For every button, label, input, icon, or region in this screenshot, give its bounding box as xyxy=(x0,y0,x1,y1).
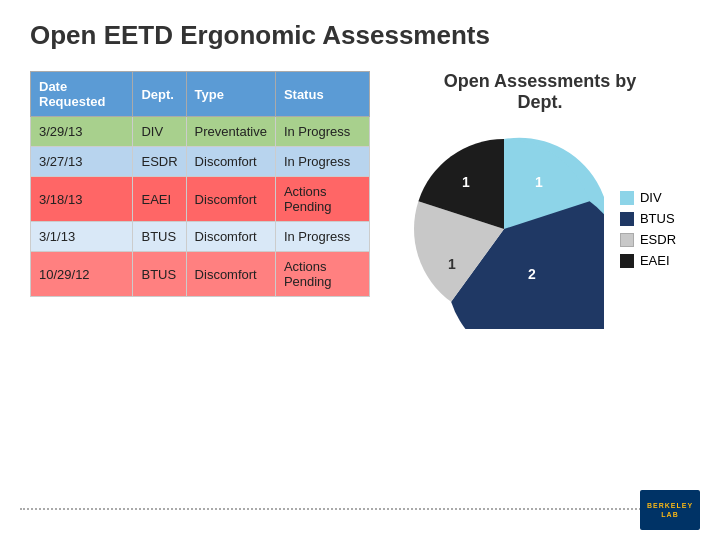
legend-color-esdr xyxy=(620,233,634,247)
berkeley-logo-inner: BERKELEY LAB xyxy=(640,490,700,530)
cell-dept: EAEI xyxy=(133,177,186,222)
cell-status: In Progress xyxy=(275,147,369,177)
bottom-border xyxy=(20,508,700,510)
pie-label-div: 1 xyxy=(535,174,543,190)
cell-type: Discomfort xyxy=(186,177,275,222)
content-area: Date Requested Dept. Type Status 3/29/13… xyxy=(30,71,690,329)
cell-status: In Progress xyxy=(275,117,369,147)
cell-dept: BTUS xyxy=(133,252,186,297)
berkeley-logo-text: BERKELEY LAB xyxy=(647,501,693,519)
table-section: Date Requested Dept. Type Status 3/29/13… xyxy=(30,71,370,297)
assessments-table: Date Requested Dept. Type Status 3/29/13… xyxy=(30,71,370,297)
pie-svg: 1 2 1 1 xyxy=(404,129,604,329)
pie-label-esdr: 1 xyxy=(448,256,456,272)
cell-date: 3/1/13 xyxy=(31,222,133,252)
cell-date: 3/29/13 xyxy=(31,117,133,147)
main-page: Open EETD Ergonomic Assessments Date Req… xyxy=(0,0,720,540)
pie-label-eaei: 1 xyxy=(462,174,470,190)
cell-dept: DIV xyxy=(133,117,186,147)
cell-status: Actions Pending xyxy=(275,252,369,297)
page-title: Open EETD Ergonomic Assessments xyxy=(30,20,690,51)
legend-item-div: DIV xyxy=(620,190,676,205)
col-status: Status xyxy=(275,72,369,117)
cell-date: 10/29/12 xyxy=(31,252,133,297)
table-row: 3/29/13DIVPreventativeIn Progress xyxy=(31,117,370,147)
col-type: Type xyxy=(186,72,275,117)
pie-chart: 1 2 1 1 xyxy=(404,129,604,329)
berkeley-logo: BERKELEY LAB xyxy=(640,490,700,530)
legend-color-btus xyxy=(620,212,634,226)
table-header-row: Date Requested Dept. Type Status xyxy=(31,72,370,117)
cell-status: In Progress xyxy=(275,222,369,252)
cell-type: Discomfort xyxy=(186,147,275,177)
table-row: 3/18/13EAEIDiscomfortActions Pending xyxy=(31,177,370,222)
legend-color-div xyxy=(620,191,634,205)
legend-label-esdr: ESDR xyxy=(640,232,676,247)
legend-label-btus: BTUS xyxy=(640,211,675,226)
chart-section: Open Assessments by Dept. xyxy=(390,71,690,329)
chart-legend: DIV BTUS ESDR EAEI xyxy=(620,190,676,268)
table-row: 3/27/13ESDRDiscomfortIn Progress xyxy=(31,147,370,177)
col-dept: Dept. xyxy=(133,72,186,117)
legend-label-div: DIV xyxy=(640,190,662,205)
chart-title: Open Assessments by Dept. xyxy=(444,71,636,113)
cell-type: Preventative xyxy=(186,117,275,147)
table-row: 10/29/12BTUSDiscomfortActions Pending xyxy=(31,252,370,297)
cell-type: Discomfort xyxy=(186,252,275,297)
legend-label-eaei: EAEI xyxy=(640,253,670,268)
cell-type: Discomfort xyxy=(186,222,275,252)
col-date: Date Requested xyxy=(31,72,133,117)
legend-color-eaei xyxy=(620,254,634,268)
pie-label-btus: 2 xyxy=(528,266,536,282)
chart-and-legend: 1 2 1 1 DIV xyxy=(404,129,676,329)
cell-status: Actions Pending xyxy=(275,177,369,222)
cell-dept: BTUS xyxy=(133,222,186,252)
legend-item-esdr: ESDR xyxy=(620,232,676,247)
cell-date: 3/18/13 xyxy=(31,177,133,222)
cell-date: 3/27/13 xyxy=(31,147,133,177)
cell-dept: ESDR xyxy=(133,147,186,177)
table-row: 3/1/13BTUSDiscomfortIn Progress xyxy=(31,222,370,252)
legend-item-btus: BTUS xyxy=(620,211,676,226)
legend-item-eaei: EAEI xyxy=(620,253,676,268)
